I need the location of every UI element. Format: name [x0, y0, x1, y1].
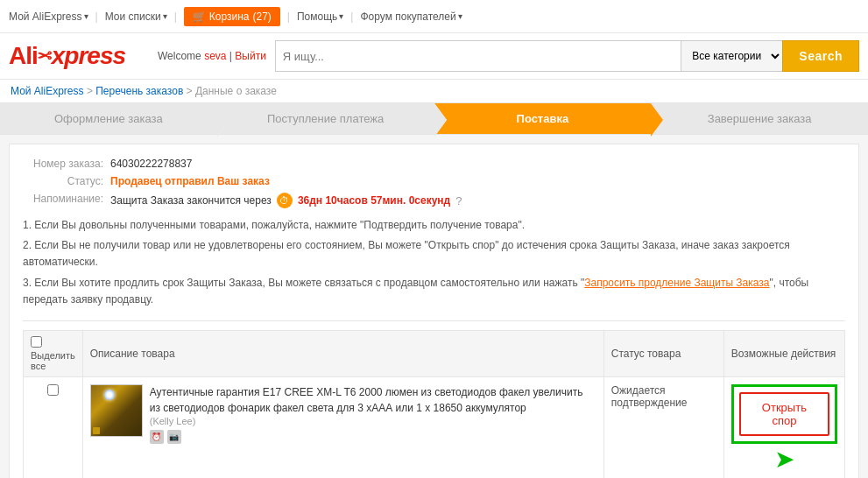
instructions: 1. Если Вы довольны полученными товарами… [23, 217, 845, 321]
actions-cell: Открыть спор ➤ [723, 376, 844, 478]
help-circle-icon[interactable]: ? [455, 194, 462, 207]
reminder-prefix: Защита Заказа закончится через [110, 194, 272, 207]
instruction-2: 2. Если Вы не получили товар или не удов… [23, 237, 845, 271]
order-status-label: Статус: [23, 175, 110, 187]
header-main: Ali✂xpress Welcome seva | Выйти Все кате… [0, 33, 868, 80]
breadcrumb-orders[interactable]: Перечень заказов [95, 85, 183, 97]
step-complete: Завершение заказа [651, 103, 868, 134]
top-nav: Мой AliExpress ▾ | Мои списки ▾ | 🛒 Корз… [9, 7, 462, 26]
product-seller: (Kelly Lee) [150, 416, 596, 426]
logo-scissors-icon: ✂ [38, 46, 52, 67]
welcome-text: Welcome seva | Выйти [158, 50, 266, 62]
cart-label: Корзина [209, 11, 250, 23]
order-status-value: Продавец отправил Ваш заказ [110, 175, 270, 187]
progress-bar: Оформление заказа Поступление платежа По… [0, 103, 868, 135]
order-reminder-row: Напоминание: Защита Заказа закончится че… [23, 193, 845, 208]
col-checkbox: Выделить все [24, 330, 83, 376]
help-dropdown[interactable]: Помощь ▾ [297, 11, 343, 23]
open-dispute-button[interactable]: Открыть спор [739, 392, 829, 436]
dispute-highlight-box: Открыть спор [731, 384, 837, 444]
forum-dropdown[interactable]: Форум покупателей ▾ [360, 11, 462, 23]
my-lists-link[interactable]: Мои списки [105, 11, 161, 23]
product-name: Аутентичные гарантия E17 CREE XM-L T6 20… [150, 384, 596, 416]
order-table: Выделить все Описание товара Статус това… [23, 330, 845, 478]
step-order: Оформление заказа [0, 103, 217, 134]
search-input[interactable] [275, 40, 681, 72]
username-link[interactable]: seva [204, 50, 226, 62]
select-all-label: Выделить все [31, 350, 75, 371]
timer-value: 36дн 10часов 57мин. 0секунд [298, 194, 450, 207]
table-header-row: Выделить все Описание товара Статус това… [24, 330, 845, 376]
my-aliexpress-dropdown[interactable]: Мой AliExpress ▾ [9, 11, 88, 23]
cart-button[interactable]: 🛒 Корзина (27) [184, 7, 280, 26]
col-status-header: Статус товара [603, 330, 723, 376]
order-status-row: Статус: Продавец отправил Ваш заказ [23, 175, 845, 187]
logo: Ali✂xpress [9, 42, 149, 70]
help-arrow: ▾ [339, 11, 343, 21]
order-number-row: Номер заказа: 64030222278837 [23, 158, 845, 170]
camera-icon[interactable]: 📷 [167, 430, 181, 444]
step-delivery: Поставка [434, 103, 652, 134]
cart-icon: 🛒 [193, 11, 206, 23]
breadcrumb-current: Данные о заказе [195, 85, 277, 97]
my-lists-arrow: ▾ [163, 11, 167, 21]
table-row: Аутентичные гарантия E17 CREE XM-L T6 20… [24, 376, 845, 478]
cart-count: (27) [253, 11, 272, 23]
search-button[interactable]: Search [782, 40, 859, 72]
timer-icon: ⏱ [277, 193, 293, 208]
row-checkbox[interactable] [47, 384, 59, 396]
select-all-checkbox[interactable] [31, 336, 42, 348]
order-number-value: 64030222278837 [110, 158, 192, 170]
forum-link[interactable]: Форум покупателей [360, 11, 455, 23]
main-content: Номер заказа: 64030222278837 Статус: Про… [9, 144, 859, 478]
row-checkbox-cell [24, 376, 83, 478]
order-info: Номер заказа: 64030222278837 Статус: Про… [23, 158, 845, 208]
breadcrumb-home[interactable]: Мой AliExpress [11, 85, 84, 97]
extend-protection-link[interactable]: Запросить продление Защиты Заказа [584, 277, 769, 289]
product-info: Аутентичные гарантия E17 CREE XM-L T6 20… [150, 384, 596, 444]
product-cell: Аутентичные гарантия E17 CREE XM-L T6 20… [82, 376, 603, 478]
product-image [90, 384, 143, 437]
green-arrow-icon: ➤ [774, 447, 794, 472]
reminder-label: Напоминание: [23, 193, 110, 205]
header-top: Мой AliExpress ▾ | Мои списки ▾ | 🛒 Корз… [0, 0, 868, 33]
logo-express: xpress [52, 42, 125, 70]
my-aliexpress-link[interactable]: Мой AliExpress [9, 11, 82, 23]
logout-link[interactable]: Выйти [235, 50, 266, 62]
my-aliexpress-arrow: ▾ [84, 11, 88, 21]
order-number-label: Номер заказа: [23, 158, 110, 170]
product-icon-row: ⏰ 📷 [150, 430, 596, 444]
my-lists-dropdown[interactable]: Мои списки ▾ [105, 11, 167, 23]
category-select[interactable]: Все категории [681, 40, 782, 72]
step-payment: Поступление платежа [217, 103, 434, 134]
reminder-content: Защита Заказа закончится через ⏱ 36дн 10… [110, 193, 462, 208]
col-description-header: Описание товара [82, 330, 603, 376]
instruction-3: 3. Если Вы хотите продлить срок Защиты З… [23, 275, 845, 308]
product-status-cell: Ожидается подтверждение [603, 376, 723, 478]
instruction-1: 1. Если Вы довольны полученными товарами… [23, 217, 845, 234]
help-link[interactable]: Помощь [297, 11, 337, 23]
clock-icon[interactable]: ⏰ [150, 430, 164, 444]
product-status: Ожидается подтверждение [611, 384, 688, 409]
logo-ali: Ali [9, 42, 38, 70]
breadcrumb: Мой AliExpress > Перечень заказов > Данн… [0, 80, 868, 103]
col-actions-header: Возможные действия [723, 330, 844, 376]
forum-arrow: ▾ [458, 11, 462, 21]
product-image-inner [91, 385, 142, 436]
search-area: Все категории Search [275, 40, 859, 72]
arrow-container: ➤ [731, 447, 837, 472]
